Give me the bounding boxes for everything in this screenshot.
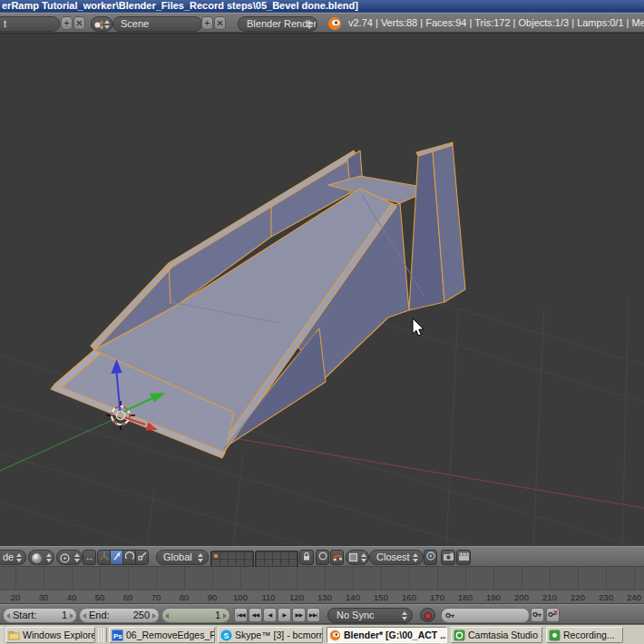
jump-prev-keyframe-button[interactable]: ◀◀ (249, 608, 262, 622)
taskbar-label: Blender* [G:\00_ACT ... (344, 629, 447, 640)
frame-gridline (381, 567, 382, 590)
camera-icon (443, 551, 454, 562)
jump-to-end-button[interactable]: ▶▶| (307, 608, 320, 622)
chevron-updown-icon (16, 553, 23, 562)
viewport-shading-dropdown[interactable] (28, 550, 54, 565)
shading-solid-icon (31, 552, 43, 564)
ruler-frame-label: 200 (514, 592, 529, 602)
screen-layout-dropdown[interactable]: t (0, 16, 60, 32)
ruler-frame-label: 90 (208, 592, 218, 602)
auto-keyframe-record-button[interactable] (420, 608, 435, 622)
render-animation-button[interactable] (456, 550, 471, 565)
current-frame-value: 1 (215, 609, 220, 622)
taskbar-camtasia[interactable]: Camtasia Studio - Part1.... (451, 627, 542, 643)
rotate-manipulator-button[interactable] (122, 550, 136, 565)
play-button[interactable]: ▶ (278, 608, 291, 622)
chevron-updown-icon (46, 553, 53, 562)
proportional-circle-icon (317, 551, 328, 561)
frame-gridline (212, 567, 213, 590)
taskbar-skype[interactable]: S Skype™ [3] - bcmorris (218, 627, 323, 643)
rotate-arc-icon (124, 551, 135, 561)
lock-icon (301, 551, 312, 562)
chevron-updown-icon (198, 553, 204, 562)
close-scene-button[interactable]: ✕ (214, 16, 226, 30)
add-screen-button[interactable]: + (61, 16, 73, 30)
manipulator-axes-button[interactable] (97, 550, 111, 565)
timeline-header: Start: 1 End: 250 1 |◀◀ ◀◀ ◀ ▶ ▶▶ ▶▶| No… (0, 604, 644, 624)
add-scene-button[interactable]: + (201, 16, 213, 30)
ruler-frame-label: 180 (458, 592, 473, 602)
magnet-icon (332, 551, 343, 562)
layers-group-1[interactable] (210, 551, 254, 568)
taskbar-windows-explorer[interactable]: Windows Explorer (5, 627, 95, 643)
recording-icon (549, 629, 561, 641)
jump-to-start-button[interactable]: |◀◀ (234, 608, 248, 622)
insert-keyframe-button[interactable] (531, 608, 544, 622)
sync-mode-dropdown[interactable]: No Sync (327, 608, 413, 623)
snap-toggle-button[interactable] (330, 550, 344, 565)
timeline-ruler[interactable]: 2030405060708090100110120130140150160170… (0, 590, 644, 603)
info-header: t + ✕ Scene + ✕ Blender Render v2.74 | V… (0, 13, 644, 33)
blender-logo-icon (327, 16, 342, 31)
mode-dropdown[interactable]: de (0, 550, 26, 565)
close-screen-button[interactable]: ✕ (73, 16, 85, 30)
orientation-dropdown[interactable]: Global (156, 550, 209, 565)
scene-name-field[interactable]: Scene (112, 16, 202, 32)
frame-gridline (606, 567, 607, 590)
taskbar-recording[interactable]: Recording... (546, 627, 623, 643)
jump-next-keyframe-button[interactable]: ▶▶ (292, 608, 306, 622)
frame-start-field[interactable]: Start: 1 (3, 608, 77, 623)
frame-gridline (297, 567, 298, 590)
layers-group-2[interactable] (255, 551, 298, 568)
taskbar-separator (98, 628, 105, 642)
view3d-header: de ↔ (0, 546, 644, 567)
layer-cell-active[interactable] (212, 552, 220, 559)
frame-gridline (550, 567, 551, 590)
taskbar-photoshop[interactable]: Ps 06_RemoveEdges_Final ... (109, 627, 215, 643)
snap-element-dropdown[interactable] (346, 550, 369, 565)
taskbar-label: 06_RemoveEdges_Final ... (126, 629, 215, 640)
scene-icon-dropdown[interactable] (91, 16, 112, 32)
mode-value: de (3, 551, 14, 562)
pivot-point-dropdown[interactable] (56, 550, 83, 565)
svg-text:S: S (224, 631, 229, 640)
manipulate-centers-button[interactable]: ↔ (83, 550, 96, 565)
skype-icon: S (220, 629, 232, 641)
frame-gridline (522, 567, 522, 590)
taskbar-blender[interactable]: Blender* [G:\00_ACT ... (327, 627, 447, 643)
taskbar-label: Skype™ [3] - bcmorris (235, 629, 323, 640)
start-label: Start: (13, 609, 36, 622)
delete-keyframe-button[interactable]: ✕ (546, 608, 560, 622)
snap-align-button[interactable] (424, 550, 437, 565)
frame-gridline (409, 567, 410, 590)
windows-taskbar: Windows Explorer Ps 06_RemoveEdges_Final… (0, 624, 644, 644)
start-value: 1 (62, 609, 67, 622)
render-still-button[interactable] (441, 550, 455, 565)
chevron-updown-icon (361, 553, 367, 562)
window-titlebar[interactable]: erRamp Tutorial_worker\Blender_Files_Rec… (0, 0, 644, 13)
snap-cube-icon (348, 552, 358, 562)
translate-manipulator-button[interactable] (110, 550, 123, 565)
frame-gridline (44, 567, 44, 590)
lock-to-scene-button[interactable] (299, 550, 314, 565)
ruler-frame-label: 190 (486, 592, 501, 602)
render-engine-dropdown[interactable]: Blender Render (238, 16, 317, 32)
keying-set-field[interactable] (441, 608, 530, 623)
ruler-frame-label: 220 (571, 592, 585, 602)
timeline-tracks[interactable]: 2030405060708090100110120130140150160170… (0, 567, 644, 604)
current-frame-field[interactable]: 1 (161, 608, 230, 623)
frame-end-field[interactable]: End: 250 (79, 608, 160, 623)
play-reverse-button[interactable]: ◀ (263, 608, 277, 622)
taskbar-button-fragment[interactable] (0, 627, 4, 644)
viewport-3d[interactable] (0, 33, 644, 546)
scale-manipulator-button[interactable] (135, 550, 149, 565)
snap-target-dropdown[interactable]: Closest (369, 550, 424, 565)
frame-gridline (128, 567, 129, 590)
ruler-frame-label: 100 (233, 592, 248, 602)
scale-icon (137, 551, 148, 561)
ruler-frame-label: 20 (11, 592, 21, 602)
proportional-edit-button[interactable] (316, 550, 329, 565)
sync-mode-value: No Sync (337, 610, 375, 620)
ruler-frame-label: 150 (374, 592, 388, 602)
chevron-updown-icon (402, 611, 408, 620)
